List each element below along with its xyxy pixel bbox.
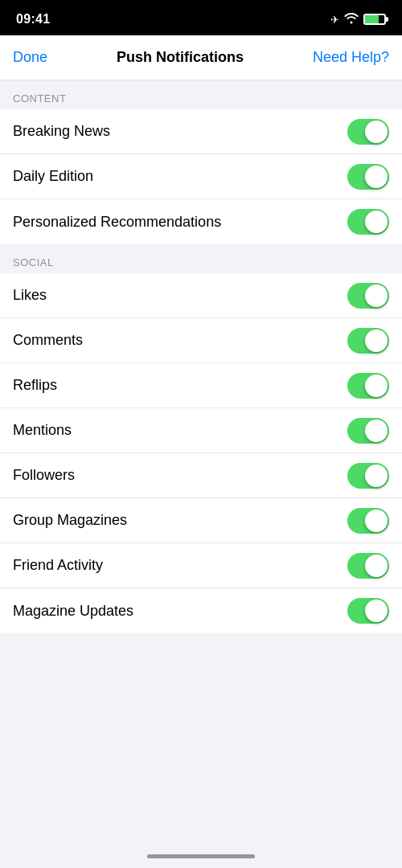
settings-group-social: LikesCommentsReflipsMentionsFollowersGro… — [0, 273, 402, 633]
done-button[interactable]: Done — [13, 49, 47, 66]
sections-container: CONTENTBreaking NewsDaily EditionPersona… — [0, 80, 402, 633]
row-label-breaking-news: Breaking News — [13, 123, 110, 140]
settings-row-friend-activity: Friend Activity — [0, 543, 402, 588]
section-label-social: SOCIAL — [13, 256, 54, 268]
page-title: Push Notifications — [117, 49, 244, 66]
settings-row-comments: Comments — [0, 318, 402, 363]
toggle-track-followers — [347, 463, 389, 489]
toggle-followers[interactable] — [347, 463, 389, 489]
row-label-mentions: Mentions — [13, 422, 72, 439]
settings-row-daily-edition: Daily Edition — [0, 154, 402, 199]
row-label-friend-activity: Friend Activity — [13, 557, 103, 574]
toggle-track-friend-activity — [347, 553, 389, 579]
toggle-track-comments — [347, 328, 389, 354]
toggle-mentions[interactable] — [347, 418, 389, 444]
section-header-social: SOCIAL — [0, 244, 402, 273]
row-label-daily-edition: Daily Edition — [13, 168, 93, 185]
toggle-magazine-updates[interactable] — [347, 598, 389, 624]
toggle-thumb-magazine-updates — [365, 600, 388, 622]
settings-row-mentions: Mentions — [0, 408, 402, 453]
toggle-personalized-recommendations[interactable] — [347, 209, 389, 235]
section-header-content: CONTENT — [0, 80, 402, 109]
toggle-track-reflips — [347, 373, 389, 399]
toggle-thumb-group-magazines — [365, 510, 388, 532]
row-label-personalized-recommendations: Personalized Recommendations — [13, 214, 221, 231]
toggle-breaking-news[interactable] — [347, 119, 389, 145]
toggle-thumb-comments — [365, 330, 388, 352]
home-indicator-area — [0, 804, 402, 868]
settings-row-followers: Followers — [0, 453, 402, 498]
nav-bar: Done Push Notifications Need Help? — [0, 35, 402, 80]
row-label-followers: Followers — [13, 467, 75, 484]
status-bar: 09:41 ✈ — [0, 0, 402, 35]
toggle-track-group-magazines — [347, 508, 389, 534]
row-label-magazine-updates: Magazine Updates — [13, 603, 133, 620]
toggle-friend-activity[interactable] — [347, 553, 389, 579]
battery-icon — [363, 14, 386, 25]
section-label-content: CONTENT — [13, 92, 66, 104]
wifi-icon — [344, 13, 359, 27]
airplane-icon: ✈ — [330, 14, 339, 26]
toggle-thumb-personalized-recommendations — [365, 211, 388, 233]
toggle-track-likes — [347, 283, 389, 309]
toggle-comments[interactable] — [347, 328, 389, 354]
settings-row-magazine-updates: Magazine Updates — [0, 588, 402, 633]
row-label-reflips: Reflips — [13, 377, 57, 394]
toggle-track-magazine-updates — [347, 598, 389, 624]
settings-row-group-magazines: Group Magazines — [0, 498, 402, 543]
toggle-thumb-followers — [365, 465, 388, 487]
toggle-thumb-daily-edition — [365, 166, 388, 188]
help-button[interactable]: Need Help? — [313, 49, 389, 66]
toggle-track-personalized-recommendations — [347, 209, 389, 235]
status-time: 09:41 — [16, 12, 50, 27]
toggle-track-daily-edition — [347, 164, 389, 190]
row-label-group-magazines: Group Magazines — [13, 512, 127, 529]
status-icons: ✈ — [330, 13, 386, 27]
toggle-daily-edition[interactable] — [347, 164, 389, 190]
toggle-group-magazines[interactable] — [347, 508, 389, 534]
settings-row-reflips: Reflips — [0, 363, 402, 408]
toggle-thumb-likes — [365, 285, 388, 307]
toggle-track-mentions — [347, 418, 389, 444]
settings-row-personalized-recommendations: Personalized Recommendations — [0, 199, 402, 244]
row-label-comments: Comments — [13, 332, 83, 349]
row-label-likes: Likes — [13, 287, 47, 304]
toggle-thumb-breaking-news — [365, 121, 388, 143]
settings-row-likes: Likes — [0, 273, 402, 318]
toggle-reflips[interactable] — [347, 373, 389, 399]
toggle-likes[interactable] — [347, 283, 389, 309]
home-indicator — [147, 854, 255, 858]
toggle-thumb-mentions — [365, 420, 388, 442]
settings-group-content: Breaking NewsDaily EditionPersonalized R… — [0, 109, 402, 244]
toggle-thumb-reflips — [365, 375, 388, 397]
settings-row-breaking-news: Breaking News — [0, 109, 402, 154]
toggle-track-breaking-news — [347, 119, 389, 145]
toggle-thumb-friend-activity — [365, 555, 388, 577]
